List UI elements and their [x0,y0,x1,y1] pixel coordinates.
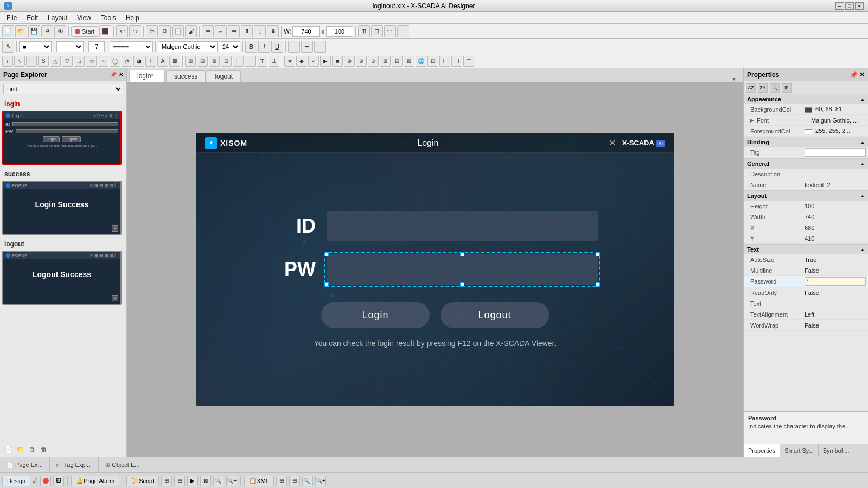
tab-bar-collapse[interactable]: ▼ [731,76,737,82]
section-binding-header[interactable]: Binding ▲ [744,137,868,147]
prop-description[interactable]: Description [744,169,868,179]
align-middle[interactable]: ↕ [254,25,266,37]
format-painter[interactable]: 🖌 [185,25,197,37]
special-tool14[interactable]: ⊢ [439,56,450,67]
props-close[interactable]: ✕ [859,71,865,79]
xml-tab[interactable]: 📋 XML [244,476,274,486]
password-val[interactable] [805,277,866,286]
special-tool9[interactable]: ⊞ [380,56,391,67]
sort-az-btn[interactable]: AZ [746,83,756,93]
logout-button[interactable]: Logout [441,302,549,328]
widget-tool5[interactable]: ⊢ [233,56,244,67]
prop-textalign[interactable]: TextAlignment Left [744,309,868,320]
font-expand[interactable]: ▶ [750,118,755,123]
props-filter-btn[interactable]: ⊞ [782,83,792,93]
text-tool[interactable]: T [145,56,156,67]
zoom-out-btn[interactable]: 🔍- [213,476,224,486]
prop-multiline[interactable]: Multiline False [744,265,868,276]
font-size-select[interactable]: 24 [219,41,240,52]
page-item-success[interactable]: success 🔵 POPUP ✕ ⊞ ⊟ ⊠ ⊡ ⊢ Login Succes… [2,169,124,235]
special-tool8[interactable]: ⊝ [368,56,379,67]
prop-bgcolor[interactable]: BackgroundCol 60, 68, 81 [744,104,868,115]
btab-page-explorer[interactable]: 📄 Page Ex... [0,457,50,472]
redo-button[interactable]: ↪ [129,25,141,37]
fan-tool[interactable]: ◔ [122,56,132,67]
menu-file[interactable]: File [2,13,21,23]
undo-button[interactable]: ↩ [116,25,128,37]
special-tool6[interactable]: ⊛ [344,56,355,67]
widget-tool7[interactable]: ⊤ [257,56,267,67]
pw-input[interactable] [327,254,598,285]
special-tool4[interactable]: ▶ [320,56,331,67]
cut-button[interactable]: ✂ [146,25,158,37]
pointer-tool[interactable]: ↖ [2,41,14,53]
circle-tool[interactable]: ○ [98,56,108,67]
page-alarm-tab[interactable]: 🔔 Page Alarm [71,476,119,486]
design-btn2[interactable]: 🖼 [53,476,64,486]
special-tool15[interactable]: ⊣ [451,56,462,67]
more-btn1[interactable]: ⋯ [384,25,396,37]
line-style-select[interactable]: ━━━━ [110,41,153,52]
prop-tag[interactable]: Tag [744,147,868,158]
special-tool11[interactable]: ⊠ [404,56,414,67]
height-input[interactable] [326,26,353,37]
new-button[interactable]: 📄 [2,25,14,37]
delete-page-icon[interactable]: 🗑 [39,445,49,454]
login-button[interactable]: Login [321,302,430,328]
panel-tab-symbol[interactable]: Symbol ... [819,444,854,457]
xml-zoom-in[interactable]: 🔍+ [315,476,326,486]
poly-tool[interactable]: △ [50,56,61,67]
xml-zoom-out[interactable]: 🔍- [302,476,313,486]
copy-button[interactable]: ⧉ [159,25,171,37]
prop-readonly[interactable]: ReadOnly False [744,287,868,298]
special-tool3[interactable]: ✓ [308,56,319,67]
print-button[interactable]: 🖨 [41,25,53,37]
prop-fgcolor[interactable]: ForegroundCol 255, 255, 2... [744,126,868,137]
special-tool5[interactable]: ■ [332,56,343,67]
special-tool10[interactable]: ⊟ [392,56,403,67]
btab-tag-explorer[interactable]: 🏷 Tag Expl... [50,457,99,472]
special-tool13[interactable]: ⊡ [427,56,438,67]
widget-tool1[interactable]: ⊞ [185,56,196,67]
close-window-button[interactable]: ✕ [855,2,864,10]
tab-login[interactable]: login* [129,70,165,82]
align-top[interactable]: ⬆ [241,25,253,37]
script-btn4[interactable]: ⊠ [200,476,211,486]
underline-button[interactable]: U [271,41,283,53]
curve-tool[interactable]: ∿ [14,56,25,67]
snap-button[interactable]: ⊟ [371,25,383,37]
rounded-rect-tool[interactable]: ▭ [86,56,97,67]
panel-tab-properties[interactable]: Properties [744,444,780,457]
left-panel-pin[interactable]: 📌 [110,72,117,78]
special-tool1[interactable]: ★ [284,56,295,67]
text-align-left[interactable]: ≡ [288,41,300,53]
script-tab[interactable]: 📜 Script [126,476,159,486]
menu-view[interactable]: View [73,13,95,23]
prop-text[interactable]: Text [744,298,868,309]
zoom-in-btn[interactable]: 🔍+ [226,476,237,486]
id-input[interactable] [327,211,598,241]
color-select[interactable]: ■ [19,41,52,52]
tab-success[interactable]: success [166,70,206,82]
preview-button[interactable]: 👁 [54,25,66,37]
text-align-center[interactable]: ☰ [301,41,313,53]
minimize-button[interactable]: ─ [835,2,844,10]
sort-za-btn[interactable]: ZA [758,83,768,93]
prop-name[interactable]: Name textedit_2 [744,179,868,190]
tab-logout[interactable]: logout [207,70,241,82]
align-right[interactable]: ➡ [228,25,240,37]
add-page-icon[interactable]: 📄 [3,445,13,454]
prop-font[interactable]: ▶ Font Malgun Gothic, ... [744,115,868,126]
grid-button[interactable]: ⊞ [358,25,370,37]
design-btn1[interactable]: 🔴 [40,476,51,486]
script-btn3[interactable]: ▶ [187,476,198,486]
special-tool2[interactable]: ◆ [296,56,307,67]
menu-edit[interactable]: Edit [22,13,42,23]
prop-width[interactable]: Width 740 [744,211,868,222]
script-btn2[interactable]: ⊟ [174,476,185,486]
pie-tool[interactable]: ◕ [133,56,144,67]
find-select[interactable]: Find [3,84,123,94]
prop-y[interactable]: Y 410 [744,233,868,244]
section-text-header[interactable]: Text ▲ [744,245,868,254]
panel-tab-smart[interactable]: Smart Sy... [780,444,819,457]
